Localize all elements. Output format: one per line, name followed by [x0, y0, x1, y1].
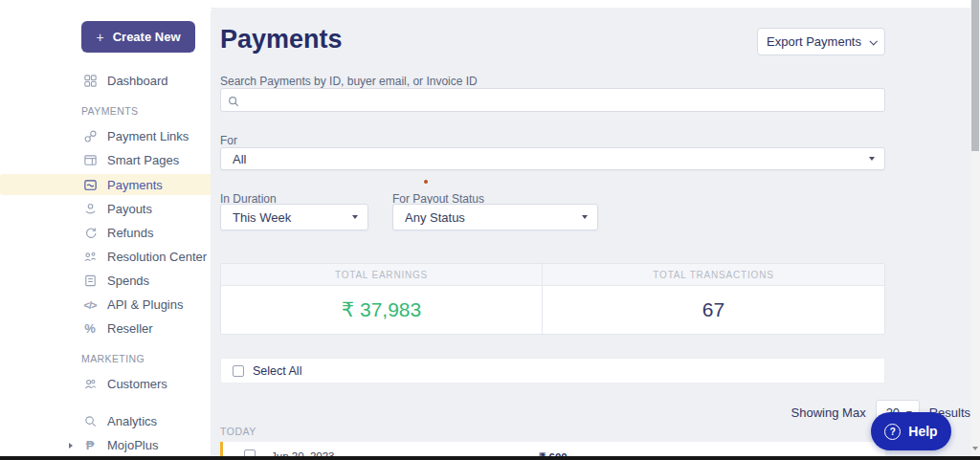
export-payments-button[interactable]: Export Payments — [757, 28, 885, 55]
for-filter-label: For — [220, 134, 237, 147]
row-checkbox[interactable] — [244, 449, 256, 456]
sidebar-item-label: Payment Links — [107, 129, 189, 143]
refund-arrow-icon — [82, 226, 98, 241]
sidebar-item-label: Smart Pages — [107, 153, 179, 167]
payment-row-partial[interactable]: Jun 20, 2023 ₹ 600 — [220, 442, 885, 456]
scrollbar-thumb[interactable] — [971, 0, 979, 151]
customers-people-icon — [82, 377, 98, 392]
today-group-label: TODAY — [220, 426, 256, 437]
select-all-checkbox[interactable] — [233, 365, 244, 377]
cursor-dot — [424, 180, 428, 184]
sidebar-item-label: Resolution Center — [107, 250, 207, 264]
export-payments-label: Export Payments — [767, 34, 861, 49]
sidebar-item-label: Spends — [107, 274, 149, 288]
search-label: Search Payments by ID, buyer email, or I… — [220, 75, 478, 88]
code-glyph: </> — [84, 299, 97, 311]
sidebar-section-payments: PAYMENTS — [0, 102, 211, 119]
sidebar-item-label: Dashboard — [107, 74, 168, 88]
search-icon — [228, 94, 239, 105]
sidebar: + Create New Dashboard PAYMENTS Payment … — [0, 0, 211, 456]
pages-icon — [82, 153, 98, 168]
sidebar-item-label: Refunds — [107, 226, 153, 240]
payments-dashboard: + Create New Dashboard PAYMENTS Payment … — [0, 0, 980, 460]
duration-filter-value: This Week — [233, 210, 291, 225]
scrollbar-down-arrow-icon[interactable] — [972, 447, 978, 450]
sidebar-item-label: API & Plugins — [107, 297, 184, 312]
totals-value-row: ₹ 37,983 67 — [221, 286, 884, 334]
sidebar-item-api-plugins[interactable]: </> API & Plugins — [0, 293, 211, 317]
chevron-down-icon — [869, 37, 877, 45]
mojoplus-icon: ₱ — [82, 438, 98, 453]
showing-max-label: Showing Max — [791, 405, 866, 420]
sidebar-item-label: Payouts — [107, 202, 152, 216]
sidebar-item-payouts[interactable]: Payouts — [0, 197, 211, 221]
page-title: Payments — [220, 25, 343, 55]
sidebar-item-smart-pages[interactable]: Smart Pages — [0, 148, 211, 172]
for-filter-select[interactable]: All — [220, 147, 885, 170]
caret-down-icon — [582, 215, 588, 219]
percent-glyph: % — [84, 321, 96, 336]
question-mark-icon: ? — [884, 424, 901, 440]
total-transactions-header: TOTAL TRANSACTIONS — [542, 264, 884, 285]
code-icon: </> — [82, 297, 98, 313]
duration-filter-select[interactable]: This Week — [220, 204, 368, 230]
bottom-edge-bar — [0, 456, 980, 460]
for-filter-value: All — [233, 152, 246, 166]
mojo-glyph: ₱ — [86, 438, 95, 452]
percent-icon: % — [82, 321, 98, 337]
sidebar-item-label: Customers — [107, 377, 167, 391]
totals-table: TOTAL EARNINGS TOTAL TRANSACTIONS ₹ 37,9… — [220, 263, 885, 335]
totals-header-row: TOTAL EARNINGS TOTAL TRANSACTIONS — [221, 264, 884, 286]
sidebar-item-payment-links[interactable]: Payment Links — [0, 124, 211, 148]
analytics-icon — [82, 414, 98, 429]
sidebar-item-label: MojoPlus — [107, 438, 158, 452]
sidebar-section-marketing: MARKETING — [0, 350, 211, 366]
caret-down-icon — [869, 157, 875, 161]
sidebar-item-reseller[interactable]: % Reseller — [0, 317, 211, 340]
payouts-icon — [82, 202, 98, 217]
link-icon — [82, 129, 98, 144]
sidebar-item-resolution-center[interactable]: Resolution Center — [0, 245, 211, 269]
total-earnings-header: TOTAL EARNINGS — [221, 264, 542, 285]
select-all-label: Select All — [253, 364, 301, 378]
sidebar-item-analytics[interactable]: Analytics — [0, 409, 211, 433]
sidebar-item-mojoplus[interactable]: ₱ MojoPlus — [0, 433, 211, 457]
spends-doc-icon — [82, 274, 98, 289]
caret-down-icon — [352, 215, 358, 219]
sidebar-item-label: Payments — [107, 178, 163, 192]
total-transactions-value: 67 — [542, 286, 884, 334]
sidebar-item-dashboard[interactable]: Dashboard — [0, 69, 211, 93]
help-button[interactable]: ? Help — [871, 412, 951, 450]
expand-caret-icon[interactable] — [69, 443, 73, 449]
sidebar-item-customers[interactable]: Customers — [0, 372, 211, 396]
scrollbar[interactable] — [970, 0, 980, 456]
plus-icon: + — [97, 30, 104, 45]
payments-chart-icon — [82, 177, 98, 192]
sidebar-item-label: Analytics — [107, 414, 157, 428]
payout-status-filter-value: Any Status — [405, 210, 465, 225]
main-panel: Payments Export Payments Search Payments… — [211, 8, 970, 456]
select-all-bar[interactable]: Select All — [220, 358, 885, 383]
search-input[interactable] — [220, 88, 885, 112]
search-field-wrap — [220, 88, 885, 112]
create-new-button[interactable]: + Create New — [81, 21, 195, 53]
sidebar-item-label: Reseller — [107, 321, 153, 336]
create-new-label: Create New — [113, 30, 181, 44]
sidebar-nav: Dashboard PAYMENTS Payment Links Smart P… — [0, 69, 211, 457]
sidebar-item-refunds[interactable]: Refunds — [0, 221, 211, 245]
help-label: Help — [908, 424, 937, 439]
total-earnings-value: ₹ 37,983 — [221, 286, 542, 334]
dashboard-icon — [82, 74, 98, 89]
sidebar-item-spends[interactable]: Spends — [0, 269, 211, 293]
resolution-people-icon — [82, 250, 98, 265]
payout-status-filter-select[interactable]: Any Status — [392, 204, 598, 230]
sidebar-item-payments[interactable]: Payments — [0, 174, 211, 195]
